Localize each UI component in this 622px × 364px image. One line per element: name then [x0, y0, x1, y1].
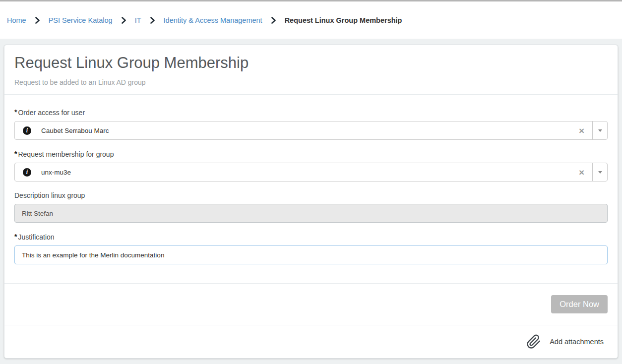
field-label-text: Description linux group — [14, 191, 85, 199]
field-label: *Justification — [14, 233, 608, 241]
user-combobox[interactable]: i Caubet Serrabou Marc × — [14, 121, 608, 140]
caret-down-icon — [598, 171, 602, 174]
breadcrumb-bar: Home PSI Service Katalog IT Identity & A… — [0, 1, 622, 39]
breadcrumb-home[interactable]: Home — [7, 16, 26, 24]
page-subtitle: Request to be added to an Linux AD group — [14, 78, 608, 86]
field-justification: *Justification This is an example for th… — [14, 233, 608, 264]
add-attachments-label[interactable]: Add attachments — [550, 338, 604, 346]
clear-icon[interactable]: × — [577, 126, 586, 135]
chevron-right-icon — [271, 17, 276, 24]
caret-down-icon — [598, 129, 602, 132]
order-now-button[interactable]: Order Now — [551, 295, 608, 313]
user-combobox-dropdown-button[interactable] — [592, 121, 607, 139]
field-order-access-for-user: *Order access for user i Caubet Serrabou… — [14, 108, 608, 140]
field-request-membership-for-group: *Request membership for group i unx-mu3e… — [14, 150, 608, 182]
required-marker: * — [14, 233, 17, 241]
justification-input[interactable]: This is an example for the Merlin docume… — [14, 245, 608, 264]
info-circle-icon: i — [23, 126, 31, 135]
card-header: Request Linux Group Membership Request t… — [4, 45, 618, 95]
field-label-text: Justification — [18, 233, 54, 241]
clear-icon[interactable]: × — [577, 168, 586, 177]
field-label: *Request membership for group — [14, 150, 608, 158]
breadcrumb-current-page: Request Linux Group Membership — [285, 16, 402, 24]
form-section: *Order access for user i Caubet Serrabou… — [4, 95, 618, 284]
info-circle-icon: i — [23, 168, 31, 177]
group-combobox-value-area[interactable]: i unx-mu3e × — [15, 163, 592, 181]
field-label-text: Order access for user — [18, 109, 85, 117]
field-label: Description linux group — [14, 191, 608, 199]
breadcrumb-it[interactable]: IT — [135, 16, 141, 24]
field-description-linux-group: Description linux group Ritt Stefan — [14, 191, 608, 223]
user-combobox-value-area[interactable]: i Caubet Serrabou Marc × — [15, 121, 592, 139]
breadcrumb-psi-service-katalog[interactable]: PSI Service Katalog — [49, 16, 113, 24]
breadcrumb-identity-access-management[interactable]: Identity & Access Management — [164, 16, 262, 24]
page-title: Request Linux Group Membership — [14, 54, 608, 72]
required-marker: * — [14, 150, 17, 158]
actions-section: Order Now — [4, 284, 618, 325]
chevron-right-icon — [35, 17, 40, 24]
field-label: *Order access for user — [14, 108, 608, 117]
attachments-section: Add attachments — [4, 325, 618, 358]
group-combobox-dropdown-button[interactable] — [592, 163, 607, 181]
field-label-text: Request membership for group — [18, 150, 114, 158]
chevron-right-icon — [121, 17, 126, 24]
user-combobox-selected-value: Caubet Serrabou Marc — [41, 127, 577, 134]
breadcrumb: Home PSI Service Katalog IT Identity & A… — [7, 16, 402, 24]
paperclip-icon[interactable] — [526, 334, 541, 349]
description-linux-group-input: Ritt Stefan — [14, 204, 608, 223]
group-combobox[interactable]: i unx-mu3e × — [14, 163, 608, 182]
justification-value: This is an example for the Merlin docume… — [22, 251, 164, 259]
request-form-card: Request Linux Group Membership Request t… — [4, 45, 618, 359]
group-combobox-selected-value: unx-mu3e — [41, 169, 577, 176]
description-linux-group-value: Ritt Stefan — [22, 210, 53, 217]
chevron-right-icon — [150, 17, 155, 24]
required-marker: * — [14, 108, 17, 116]
